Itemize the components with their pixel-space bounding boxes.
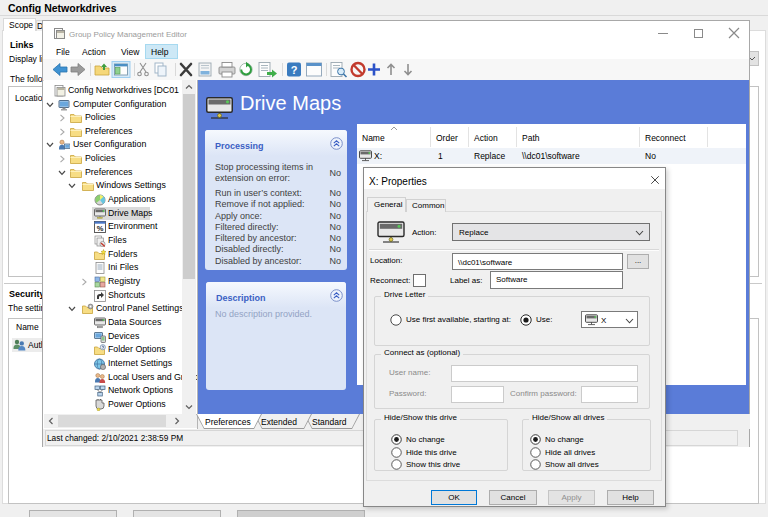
svg-text:%: % (97, 224, 104, 233)
svg-text:?: ? (291, 64, 298, 76)
